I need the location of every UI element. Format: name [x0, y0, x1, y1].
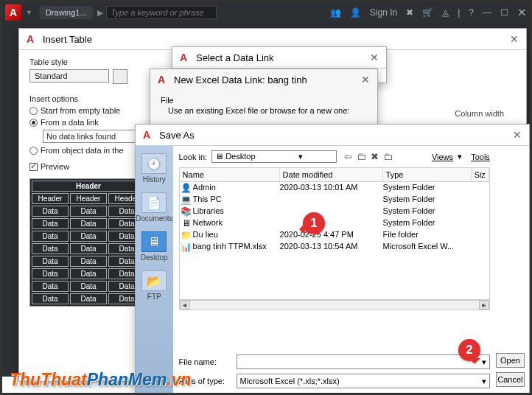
data-link-select[interactable]: No data links found [43, 130, 139, 143]
tools-menu[interactable]: Tools [471, 153, 490, 161]
cancel-button[interactable]: Cancel [496, 372, 525, 387]
basket-icon[interactable]: 🛒 [422, 7, 433, 18]
insert-table-title: Insert Table [43, 34, 92, 45]
signin-icon[interactable]: 👤 [350, 7, 361, 18]
column-headers[interactable]: Name Date modified Type Siz [179, 167, 490, 182]
select-data-link-title: Select a Data Link [196, 52, 274, 63]
newfolder-icon[interactable]: 🗀 [383, 151, 393, 162]
table-style-select[interactable]: Standard [29, 69, 109, 83]
preview-table: Header HeaderHeaderHeader DataDataData D… [29, 178, 147, 307]
radio-data-link[interactable] [29, 119, 38, 127]
file-row: 📁Du lieu2020-02-25 4:47 PMFile folder [180, 229, 489, 241]
close-icon[interactable]: ✕ [510, 33, 519, 45]
keyword-search-input[interactable] [106, 6, 217, 19]
place-history[interactable]: 🕘History [141, 153, 167, 183]
app-logo-icon: A [5, 4, 21, 21]
radio-link-label: From a data link [41, 118, 99, 127]
a360-icon[interactable]: ◬ [442, 7, 449, 18]
lookin-label: Look in: [179, 153, 208, 161]
file-list[interactable]: 👤Admin2020-03-13 10:01 AMSystem Folder 💻… [179, 182, 490, 300]
autocad-a-icon: A [158, 74, 169, 85]
close-icon[interactable]: ✕ [513, 129, 522, 141]
maximize-icon[interactable]: ☐ [500, 7, 508, 18]
autocad-a-icon: A [180, 52, 192, 63]
radio-object-label: From object data in the [41, 146, 124, 155]
app-titlebar: A ▼ Drawing1... ▶ 👥 👤 Sign In ✖ 🛒 ◬ | ? … [2, 2, 530, 23]
preview-label: Preview [41, 162, 69, 171]
watermark: ThuThuatPhanMem.vn [10, 370, 192, 390]
help-icon[interactable]: ? [469, 7, 474, 18]
radio-empty-label: Start from empty table [41, 106, 120, 115]
radio-empty-table[interactable] [29, 107, 38, 115]
open-button[interactable]: Open [496, 353, 525, 368]
places-bar: 🕘History 📄Documents 🖥Desktop 📂FTP [136, 146, 173, 393]
annotation-callout-1: 1 [303, 212, 325, 234]
close-icon[interactable]: ✕ [517, 6, 527, 19]
collaborate-icon[interactable]: 👥 [330, 7, 341, 18]
save-as-title: Save As [159, 130, 195, 141]
file-row: 💻This PCSystem Folder [180, 194, 489, 206]
filename-label: File name: [179, 357, 231, 366]
column-width-label: Column width [455, 109, 504, 118]
file-row: 👤Admin2020-03-13 10:01 AMSystem Folder [180, 182, 489, 194]
close-icon[interactable]: ✕ [370, 52, 379, 63]
views-menu[interactable]: Views [432, 153, 453, 161]
back-icon[interactable]: ⇦ [344, 151, 352, 162]
horizontal-scrollbar[interactable]: ◄► [179, 300, 490, 310]
filetype-select[interactable]: Microsoft Excel (*.xls;*.xlsx)▾ [237, 374, 490, 388]
lookin-select[interactable]: 🖥 Desktop ▾ [211, 150, 337, 163]
filename-input[interactable]: ▾ [237, 354, 490, 369]
file-row: 📊bang tinh TTPM.xlsx2020-03-13 10:54 AMM… [180, 241, 489, 253]
radio-object-data[interactable] [29, 147, 38, 155]
delete-icon[interactable]: ✖ [371, 151, 379, 162]
nedl-title: New Excel Data Link: bang tinh [174, 74, 307, 85]
document-tab[interactable]: Drawing1... [40, 6, 93, 19]
chevron-down-icon[interactable]: ▼ [26, 9, 32, 16]
file-row: 📚LibrariesSystem Folder [180, 206, 489, 217]
autocad-a-icon: A [27, 33, 38, 45]
table-style-settings-button[interactable] [113, 69, 127, 84]
place-desktop[interactable]: 🖥Desktop [141, 231, 168, 262]
search-chevron-icon[interactable]: ▶ [97, 8, 103, 18]
close-icon[interactable]: ✕ [361, 74, 370, 85]
place-ftp[interactable]: 📂FTP [141, 270, 167, 301]
autocad-a-icon: A [143, 129, 155, 141]
file-group-label: File [161, 96, 367, 105]
file-hint: Use an existing Excel file or browse for… [168, 106, 367, 115]
preview-checkbox[interactable] [29, 163, 38, 171]
signin-label[interactable]: Sign In [370, 7, 397, 18]
exchange-icon[interactable]: ✖ [406, 7, 413, 18]
up-icon[interactable]: 🗀 [357, 151, 366, 162]
minimize-icon[interactable]: — [483, 7, 491, 18]
annotation-callout-2: 2 [458, 339, 480, 361]
place-documents[interactable]: 📄Documents [136, 192, 173, 223]
file-row: 🖥NetworkSystem Folder [180, 217, 489, 229]
